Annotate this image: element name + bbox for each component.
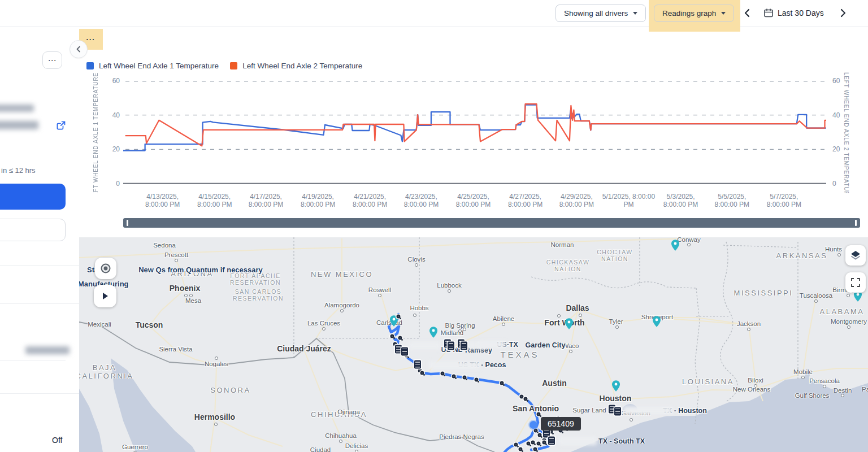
x-tick-label: 4/21/2025,8:00:00 PM bbox=[342, 193, 398, 208]
map-label-city: New Orleans bbox=[733, 386, 770, 393]
stop-marker[interactable] bbox=[520, 395, 524, 399]
map-label-city-lg: Austin bbox=[542, 379, 567, 388]
y-tick-right: 40 bbox=[832, 111, 850, 119]
facility-marker[interactable] bbox=[614, 407, 621, 416]
city-dot bbox=[415, 263, 418, 267]
date-next-button[interactable] bbox=[837, 7, 848, 19]
series-line bbox=[125, 104, 826, 146]
stop-marker[interactable] bbox=[514, 443, 518, 447]
y-axis-right-title: LEFT WHEEL END AXLE 2 TEMPERATURE bbox=[843, 72, 851, 193]
play-icon bbox=[101, 292, 110, 301]
legend-item[interactable]: Left Wheel End Axle 2 Temperature bbox=[230, 62, 362, 70]
legend-label: Left Wheel End Axle 2 Temperature bbox=[242, 62, 362, 70]
map-label-city: Alamogordo bbox=[324, 302, 359, 308]
stop-marker[interactable] bbox=[537, 412, 541, 416]
x-tick-label: 4/13/2025,8:00:00 PM bbox=[134, 193, 191, 208]
facility-marker[interactable] bbox=[548, 437, 555, 445]
stop-marker[interactable] bbox=[463, 376, 467, 380]
facility-marker[interactable] bbox=[448, 342, 454, 350]
city-dot bbox=[801, 376, 805, 379]
location-pin-icon[interactable] bbox=[612, 380, 620, 394]
x-tick-label: 4/23/2025,8:00:00 PM bbox=[393, 193, 449, 208]
map-label-city: Clovis bbox=[407, 256, 425, 263]
readings-chart-panel: ⋯ Left Wheel End Axle 1 TemperatureLeft … bbox=[79, 27, 868, 237]
facility-marker[interactable] bbox=[461, 342, 467, 350]
location-pin-icon[interactable] bbox=[671, 240, 679, 253]
location-pin-icon[interactable] bbox=[653, 316, 661, 329]
stop-marker[interactable] bbox=[537, 442, 541, 446]
drivers-dropdown-label: Showing all drivers bbox=[564, 9, 628, 18]
stop-marker[interactable] bbox=[500, 381, 504, 385]
sidebar-secondary-button[interactable] bbox=[0, 219, 66, 241]
locate-icon bbox=[99, 262, 112, 275]
vehicle-route[interactable] bbox=[389, 314, 551, 452]
map-label-city: Lubbock bbox=[437, 282, 461, 289]
stop-marker[interactable] bbox=[390, 334, 394, 338]
temperature-plot[interactable] bbox=[123, 81, 826, 184]
stop-marker[interactable] bbox=[519, 447, 523, 451]
stop-marker[interactable] bbox=[538, 433, 542, 437]
collapse-sidebar-button[interactable] bbox=[70, 40, 88, 58]
locate-button[interactable] bbox=[95, 258, 116, 279]
map-label-city: Jackson bbox=[737, 320, 761, 327]
external-link-icon[interactable] bbox=[56, 120, 66, 131]
location-pin-icon[interactable] bbox=[565, 318, 573, 332]
date-prev-button[interactable] bbox=[742, 7, 753, 19]
divider bbox=[0, 360, 66, 361]
readings-graph-dropdown[interactable]: Readings graph bbox=[654, 5, 734, 22]
city-dot bbox=[847, 294, 850, 297]
map-label-city: Sedona bbox=[153, 242, 176, 249]
city-dot bbox=[630, 418, 633, 421]
city-dot bbox=[502, 323, 505, 326]
map-label-city: Tyler bbox=[609, 318, 623, 325]
stop-marker[interactable] bbox=[441, 372, 445, 376]
map-label-city: Big Spring bbox=[445, 322, 475, 329]
date-range-label[interactable]: Last 30 Days bbox=[778, 8, 824, 18]
stop-marker[interactable] bbox=[397, 315, 401, 319]
city-dot bbox=[175, 259, 178, 262]
map-label-city: Guerrero bbox=[122, 444, 148, 450]
legend-item[interactable]: Left Wheel End Axle 1 Temperature bbox=[86, 62, 219, 70]
map-label-city: Ciudad bbox=[310, 446, 331, 452]
divider bbox=[0, 393, 79, 394]
location-pin-icon[interactable] bbox=[429, 327, 437, 340]
stop-marker[interactable] bbox=[475, 378, 479, 382]
scrollbar-handle-right[interactable] bbox=[855, 220, 857, 226]
route-map[interactable]: Stag New Qs from Quantum if necessary Ma… bbox=[79, 237, 868, 452]
stop-marker[interactable] bbox=[420, 371, 424, 375]
city-dot bbox=[355, 450, 358, 452]
redacted-text bbox=[0, 121, 38, 129]
map-layers-button[interactable] bbox=[845, 245, 866, 266]
facility-marker[interactable] bbox=[414, 360, 421, 369]
stop-marker[interactable] bbox=[527, 442, 531, 446]
divider bbox=[0, 265, 79, 266]
city-dot bbox=[823, 385, 826, 388]
map-label-area: FORT APACHE RESERVATION bbox=[230, 272, 281, 286]
x-tick-label: 4/27/2025,8:00:00 PM bbox=[497, 193, 554, 208]
stop-marker[interactable] bbox=[531, 441, 535, 445]
drivers-dropdown[interactable]: Showing all drivers bbox=[555, 5, 646, 22]
map-label-city: Montgomery bbox=[831, 318, 867, 325]
y-axis-left-title: LEFT WHEEL END AXLE 1 TEMPERATURE bbox=[93, 72, 101, 193]
city-dot bbox=[747, 328, 750, 331]
sidebar-more-button[interactable]: ⋯ bbox=[42, 51, 62, 69]
map-label-city: Mobile bbox=[793, 368, 813, 375]
stop-marker[interactable] bbox=[534, 429, 538, 433]
facility-marker[interactable] bbox=[401, 347, 408, 356]
chart-scrollbar[interactable] bbox=[123, 218, 860, 228]
x-tick-label: 4/15/2025,8:00:00 PM bbox=[186, 193, 243, 208]
stop-marker[interactable] bbox=[398, 336, 402, 340]
scrollbar-handle-left[interactable] bbox=[127, 220, 128, 226]
stop-marker[interactable] bbox=[533, 447, 537, 451]
stop-marker[interactable] bbox=[452, 375, 456, 379]
stop-marker[interactable] bbox=[542, 441, 546, 445]
city-dot bbox=[189, 294, 193, 297]
play-route-button[interactable] bbox=[94, 285, 116, 307]
current-vehicle-dot[interactable] bbox=[530, 421, 537, 429]
map-label-city: Biloxi bbox=[748, 377, 763, 384]
sidebar-primary-button[interactable] bbox=[0, 184, 66, 210]
city-dot bbox=[214, 423, 218, 426]
fullscreen-button[interactable] bbox=[845, 272, 866, 293]
map-label-city: Sugar Land bbox=[572, 407, 606, 414]
stop-marker[interactable] bbox=[524, 397, 528, 401]
